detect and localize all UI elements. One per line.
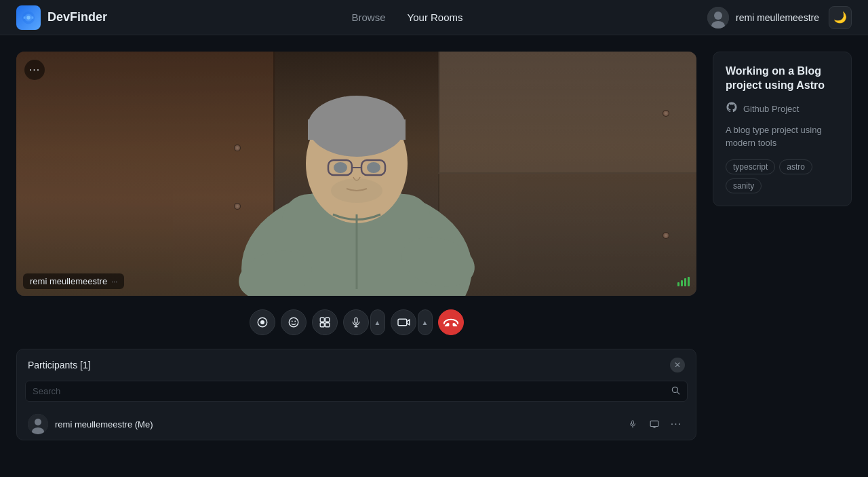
svg-point-29 — [289, 318, 298, 327]
logo-icon — [16, 5, 41, 30]
svg-rect-26 — [688, 277, 690, 286]
svg-point-6 — [714, 12, 722, 20]
search-input[interactable] — [33, 386, 665, 396]
video-background — [16, 52, 696, 296]
search-icon[interactable] — [671, 385, 680, 397]
svg-point-18 — [367, 162, 380, 173]
user-menu[interactable]: remi meullemeestre — [707, 7, 819, 28]
participants-search-bar — [25, 381, 688, 402]
mute-button[interactable] — [343, 309, 369, 335]
logo-area: DevFinder — [16, 5, 107, 30]
video-more-button[interactable]: ··· — [24, 60, 45, 80]
camera-button[interactable] — [391, 309, 416, 335]
svg-point-31 — [294, 321, 296, 322]
username: remi meullemeestre — [736, 12, 819, 23]
mic-group: ▲ — [343, 309, 385, 335]
svg-rect-32 — [320, 318, 324, 322]
participant-name: remi meullemeestre (Me) — [55, 419, 153, 430]
layout-button[interactable] — [312, 309, 338, 335]
svg-rect-24 — [681, 280, 683, 286]
emoji-reaction-button[interactable] — [281, 309, 307, 335]
svg-point-17 — [334, 162, 347, 173]
participant-video-name: remi meullemeestre — [30, 276, 107, 286]
video-section: ··· remi meullemeestre ··· — [16, 52, 696, 461]
svg-rect-34 — [320, 323, 324, 327]
close-participants-button[interactable]: ✕ — [670, 358, 685, 373]
tags-row: typescript astro sanity — [726, 159, 839, 193]
participant-name-badge: remi meullemeestre ··· — [23, 273, 124, 289]
participants-title: Participants [1] — [28, 360, 91, 370]
nav-browse[interactable]: Browse — [352, 12, 386, 23]
participant-list-item: remi meullemeestre (Me) — [17, 408, 696, 440]
app-name: DevFinder — [47, 10, 107, 24]
tag-typescript: typescript — [726, 159, 775, 174]
end-call-button[interactable] — [438, 309, 464, 335]
dark-mode-toggle[interactable]: 🌙 — [829, 6, 852, 29]
participant-actions: ··· — [624, 415, 685, 433]
svg-rect-47 — [650, 421, 658, 426]
room-source: Github Project — [726, 101, 839, 117]
svg-point-43 — [35, 419, 41, 425]
svg-point-28 — [260, 320, 264, 324]
participant-mic-icon[interactable] — [624, 415, 642, 433]
svg-rect-13 — [308, 119, 406, 140]
github-icon — [726, 101, 738, 117]
participant-avatar — [28, 414, 48, 434]
svg-rect-36 — [355, 318, 357, 323]
room-source-label: Github Project — [743, 104, 799, 114]
camera-chevron[interactable]: ▲ — [418, 309, 433, 335]
participant-screen-icon[interactable] — [646, 415, 663, 433]
svg-point-30 — [291, 321, 292, 322]
video-container: ··· remi meullemeestre ··· — [16, 52, 696, 296]
main-content: ··· remi meullemeestre ··· — [0, 35, 868, 477]
tag-sanity: sanity — [726, 178, 762, 193]
nav-your-rooms[interactable]: Your Rooms — [408, 12, 463, 23]
svg-rect-3 — [24, 16, 26, 19]
camera-group: ▲ — [391, 309, 433, 335]
controls-bar: ▲ ▲ — [16, 307, 696, 338]
participant-more-button[interactable]: ··· — [667, 415, 685, 433]
svg-line-41 — [677, 392, 679, 394]
room-info-card: Working on a Blog project using Astro Gi… — [713, 52, 852, 206]
participants-header: Participants [1] ✕ — [17, 349, 696, 381]
screen-share-button[interactable] — [250, 309, 275, 335]
tag-astro: astro — [779, 159, 812, 174]
participants-panel: Participants [1] ✕ — [16, 349, 696, 440]
svg-rect-33 — [325, 318, 329, 322]
right-panel: Working on a Blog project using Astro Gi… — [713, 52, 852, 461]
avatar — [707, 7, 729, 28]
room-description: A blog type project using modern tools — [726, 123, 839, 150]
participant-info: remi meullemeestre (Me) — [28, 414, 153, 434]
svg-rect-23 — [677, 282, 679, 286]
main-nav: Browse Your Rooms — [352, 12, 463, 23]
svg-rect-39 — [398, 319, 407, 326]
room-title: Working on a Blog project using Astro — [726, 64, 839, 93]
person-silhouette — [228, 72, 486, 296]
svg-point-19 — [331, 178, 382, 203]
header: DevFinder Browse Your Rooms remi meullem… — [0, 0, 868, 35]
mic-chevron[interactable]: ▲ — [370, 309, 385, 335]
svg-point-2 — [26, 16, 31, 20]
signal-strength-icon — [677, 277, 690, 289]
svg-rect-4 — [32, 16, 34, 19]
header-right: remi meullemeestre 🌙 — [707, 6, 852, 29]
svg-rect-35 — [325, 323, 329, 327]
svg-rect-25 — [684, 278, 686, 286]
svg-rect-45 — [632, 421, 634, 425]
